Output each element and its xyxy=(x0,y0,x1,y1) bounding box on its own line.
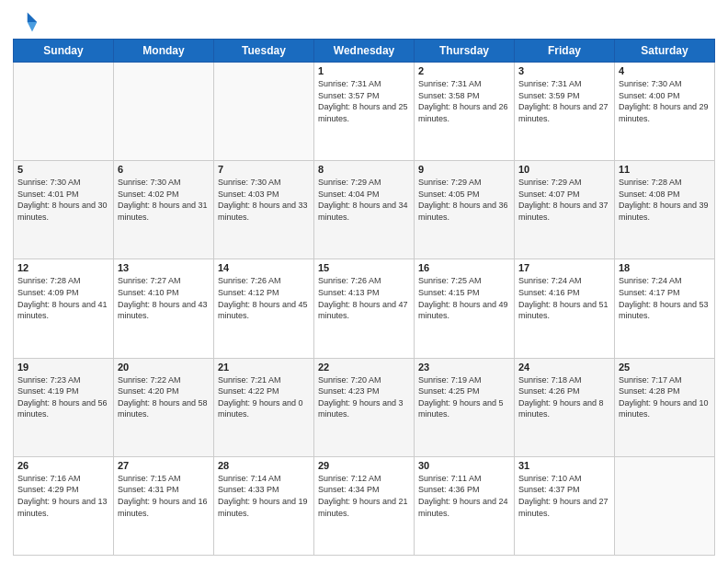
day-info: Sunrise: 7:26 AM Sunset: 4:12 PM Dayligh… xyxy=(218,275,310,321)
logo-icon xyxy=(13,9,39,35)
calendar-cell: 31Sunrise: 7:10 AM Sunset: 4:37 PM Dayli… xyxy=(515,456,615,555)
calendar-cell: 1Sunrise: 7:31 AM Sunset: 3:57 PM Daylig… xyxy=(314,63,415,161)
day-info: Sunrise: 7:14 AM Sunset: 4:33 PM Dayligh… xyxy=(218,473,310,519)
day-info: Sunrise: 7:28 AM Sunset: 4:08 PM Dayligh… xyxy=(619,177,711,223)
calendar-cell: 18Sunrise: 7:24 AM Sunset: 4:17 PM Dayli… xyxy=(615,259,715,358)
calendar-cell: 14Sunrise: 7:26 AM Sunset: 4:12 PM Dayli… xyxy=(214,259,314,358)
weekday-header-thursday: Thursday xyxy=(415,40,515,63)
week-row-4: 26Sunrise: 7:16 AM Sunset: 4:29 PM Dayli… xyxy=(14,456,715,555)
day-number: 26 xyxy=(17,460,109,471)
calendar-cell: 28Sunrise: 7:14 AM Sunset: 4:33 PM Dayli… xyxy=(214,456,314,555)
week-row-2: 12Sunrise: 7:28 AM Sunset: 4:09 PM Dayli… xyxy=(14,259,715,358)
day-number: 15 xyxy=(318,262,410,273)
week-row-3: 19Sunrise: 7:23 AM Sunset: 4:19 PM Dayli… xyxy=(14,358,715,456)
day-number: 18 xyxy=(619,262,711,273)
day-info: Sunrise: 7:29 AM Sunset: 4:05 PM Dayligh… xyxy=(418,177,510,223)
day-number: 8 xyxy=(318,164,410,175)
calendar-cell: 2Sunrise: 7:31 AM Sunset: 3:58 PM Daylig… xyxy=(415,63,515,161)
day-number: 17 xyxy=(518,262,610,273)
calendar-cell: 21Sunrise: 7:21 AM Sunset: 4:22 PM Dayli… xyxy=(214,358,314,456)
calendar-cell xyxy=(214,63,314,161)
day-number: 24 xyxy=(518,362,610,373)
day-info: Sunrise: 7:15 AM Sunset: 4:31 PM Dayligh… xyxy=(118,473,210,519)
day-info: Sunrise: 7:22 AM Sunset: 4:20 PM Dayligh… xyxy=(118,374,210,420)
day-number: 20 xyxy=(118,362,210,373)
calendar-cell xyxy=(14,63,114,161)
calendar-cell: 26Sunrise: 7:16 AM Sunset: 4:29 PM Dayli… xyxy=(14,456,114,555)
svg-marker-0 xyxy=(28,13,38,23)
calendar-cell: 12Sunrise: 7:28 AM Sunset: 4:09 PM Dayli… xyxy=(14,259,114,358)
calendar-cell: 9Sunrise: 7:29 AM Sunset: 4:05 PM Daylig… xyxy=(415,161,515,259)
day-number: 9 xyxy=(418,164,510,175)
calendar-cell: 16Sunrise: 7:25 AM Sunset: 4:15 PM Dayli… xyxy=(415,259,515,358)
calendar-cell: 13Sunrise: 7:27 AM Sunset: 4:10 PM Dayli… xyxy=(114,259,214,358)
day-number: 29 xyxy=(318,460,410,471)
day-info: Sunrise: 7:26 AM Sunset: 4:13 PM Dayligh… xyxy=(318,275,410,321)
calendar-cell: 22Sunrise: 7:20 AM Sunset: 4:23 PM Dayli… xyxy=(314,358,415,456)
calendar-cell: 11Sunrise: 7:28 AM Sunset: 4:08 PM Dayli… xyxy=(615,161,715,259)
logo xyxy=(13,9,42,35)
weekday-header-row: SundayMondayTuesdayWednesdayThursdayFrid… xyxy=(14,40,715,63)
calendar-cell: 6Sunrise: 7:30 AM Sunset: 4:02 PM Daylig… xyxy=(114,161,214,259)
header xyxy=(13,9,715,35)
day-info: Sunrise: 7:23 AM Sunset: 4:19 PM Dayligh… xyxy=(17,374,109,420)
calendar-cell: 17Sunrise: 7:24 AM Sunset: 4:16 PM Dayli… xyxy=(515,259,615,358)
day-number: 30 xyxy=(418,460,510,471)
day-info: Sunrise: 7:30 AM Sunset: 4:01 PM Dayligh… xyxy=(17,177,109,223)
calendar-table: SundayMondayTuesdayWednesdayThursdayFrid… xyxy=(13,39,715,556)
day-number: 21 xyxy=(218,362,310,373)
day-number: 28 xyxy=(218,460,310,471)
day-info: Sunrise: 7:29 AM Sunset: 4:04 PM Dayligh… xyxy=(318,177,410,223)
day-number: 27 xyxy=(118,460,210,471)
calendar-cell: 20Sunrise: 7:22 AM Sunset: 4:20 PM Dayli… xyxy=(114,358,214,456)
day-info: Sunrise: 7:16 AM Sunset: 4:29 PM Dayligh… xyxy=(17,473,109,519)
day-info: Sunrise: 7:20 AM Sunset: 4:23 PM Dayligh… xyxy=(318,374,410,420)
day-number: 22 xyxy=(318,362,410,373)
day-info: Sunrise: 7:30 AM Sunset: 4:03 PM Dayligh… xyxy=(218,177,310,223)
day-info: Sunrise: 7:28 AM Sunset: 4:09 PM Dayligh… xyxy=(17,275,109,321)
calendar-cell: 19Sunrise: 7:23 AM Sunset: 4:19 PM Dayli… xyxy=(14,358,114,456)
weekday-header-monday: Monday xyxy=(114,40,214,63)
day-number: 12 xyxy=(17,262,109,273)
calendar-cell xyxy=(615,456,715,555)
day-info: Sunrise: 7:31 AM Sunset: 3:59 PM Dayligh… xyxy=(518,78,610,124)
weekday-header-friday: Friday xyxy=(515,40,615,63)
day-info: Sunrise: 7:31 AM Sunset: 3:58 PM Dayligh… xyxy=(418,78,510,124)
day-info: Sunrise: 7:27 AM Sunset: 4:10 PM Dayligh… xyxy=(118,275,210,321)
day-info: Sunrise: 7:24 AM Sunset: 4:17 PM Dayligh… xyxy=(619,275,711,321)
svg-marker-1 xyxy=(28,22,38,32)
day-number: 7 xyxy=(218,164,310,175)
calendar-cell: 8Sunrise: 7:29 AM Sunset: 4:04 PM Daylig… xyxy=(314,161,415,259)
day-number: 19 xyxy=(17,362,109,373)
day-info: Sunrise: 7:30 AM Sunset: 4:02 PM Dayligh… xyxy=(118,177,210,223)
day-number: 10 xyxy=(518,164,610,175)
weekday-header-saturday: Saturday xyxy=(615,40,715,63)
day-info: Sunrise: 7:11 AM Sunset: 4:36 PM Dayligh… xyxy=(418,473,510,519)
calendar-cell: 25Sunrise: 7:17 AM Sunset: 4:28 PM Dayli… xyxy=(615,358,715,456)
day-number: 1 xyxy=(318,65,410,76)
day-number: 23 xyxy=(418,362,510,373)
day-number: 6 xyxy=(118,164,210,175)
calendar-cell: 15Sunrise: 7:26 AM Sunset: 4:13 PM Dayli… xyxy=(314,259,415,358)
day-number: 2 xyxy=(418,65,510,76)
day-info: Sunrise: 7:25 AM Sunset: 4:15 PM Dayligh… xyxy=(418,275,510,321)
calendar-cell: 24Sunrise: 7:18 AM Sunset: 4:26 PM Dayli… xyxy=(515,358,615,456)
week-row-1: 5Sunrise: 7:30 AM Sunset: 4:01 PM Daylig… xyxy=(14,161,715,259)
day-number: 25 xyxy=(619,362,711,373)
day-number: 14 xyxy=(218,262,310,273)
day-number: 4 xyxy=(619,65,711,76)
calendar-cell: 3Sunrise: 7:31 AM Sunset: 3:59 PM Daylig… xyxy=(515,63,615,161)
weekday-header-tuesday: Tuesday xyxy=(214,40,314,63)
calendar-cell: 4Sunrise: 7:30 AM Sunset: 4:00 PM Daylig… xyxy=(615,63,715,161)
day-number: 5 xyxy=(17,164,109,175)
day-number: 3 xyxy=(518,65,610,76)
day-info: Sunrise: 7:24 AM Sunset: 4:16 PM Dayligh… xyxy=(518,275,610,321)
day-info: Sunrise: 7:18 AM Sunset: 4:26 PM Dayligh… xyxy=(518,374,610,420)
weekday-header-sunday: Sunday xyxy=(14,40,114,63)
day-number: 13 xyxy=(118,262,210,273)
weekday-header-wednesday: Wednesday xyxy=(314,40,415,63)
calendar-cell: 10Sunrise: 7:29 AM Sunset: 4:07 PM Dayli… xyxy=(515,161,615,259)
page: SundayMondayTuesdayWednesdayThursdayFrid… xyxy=(0,0,728,563)
week-row-0: 1Sunrise: 7:31 AM Sunset: 3:57 PM Daylig… xyxy=(14,63,715,161)
day-number: 11 xyxy=(619,164,711,175)
